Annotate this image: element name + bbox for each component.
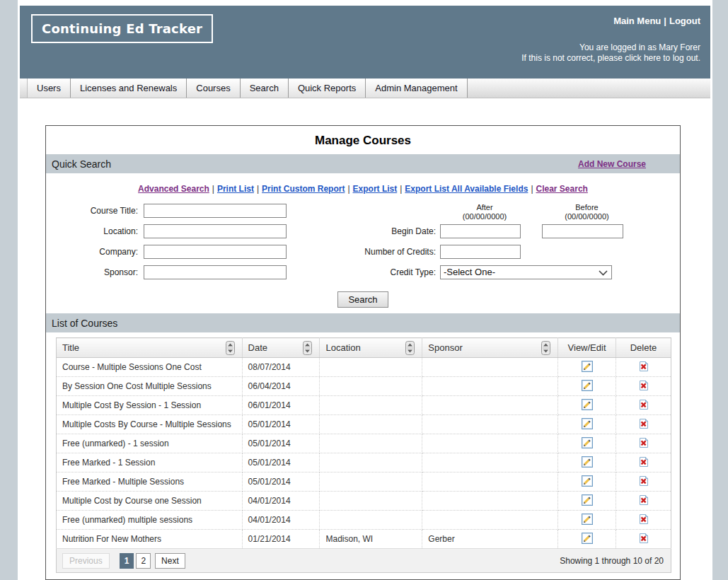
course-sponsor-cell: Gerber — [422, 530, 558, 549]
previous-page-button[interactable]: Previous — [62, 553, 110, 569]
form-right-column: After (00/00/0000) Before (00/00/0000) B… — [287, 203, 628, 285]
delete-icon[interactable] — [638, 361, 649, 372]
course-date-cell: 06/04/2014 — [242, 377, 320, 396]
edit-icon[interactable] — [582, 456, 593, 468]
delete-icon[interactable] — [638, 437, 649, 448]
course-location-cell — [320, 453, 422, 472]
edit-icon[interactable] — [582, 514, 593, 525]
course-title-cell: Multiple Costs By Course - Multiple Sess… — [57, 415, 243, 434]
nav-tab-courses[interactable]: Courses — [187, 79, 240, 98]
edit-icon[interactable] — [582, 494, 593, 506]
view-edit-cell — [558, 472, 616, 492]
column-header-sponsor: Sponsor — [422, 338, 558, 358]
edit-icon[interactable] — [582, 399, 593, 410]
main-menu-link[interactable]: Main Menu — [613, 16, 661, 26]
course-date-cell: 05/01/2014 — [242, 472, 320, 492]
main-nav: UsersLicenses and RenewalsCoursesSearchQ… — [20, 79, 710, 98]
edit-icon[interactable] — [582, 533, 593, 544]
nav-tab-admin-management[interactable]: Admin Management — [366, 79, 467, 98]
course-sponsor-cell — [422, 492, 558, 511]
company-input[interactable] — [144, 245, 287, 259]
pagination: Previous 1 2 Next — [62, 553, 185, 569]
action-link-advanced-search[interactable]: Advanced Search — [138, 184, 209, 194]
number-of-credits-label: Number of Credits: — [287, 247, 440, 257]
logout-link[interactable]: Logout — [669, 16, 700, 26]
delete-icon[interactable] — [638, 475, 649, 487]
begin-date-label: Begin Date: — [287, 226, 440, 236]
sort-icon[interactable] — [405, 341, 415, 355]
delete-icon[interactable] — [638, 418, 649, 429]
page-title: Manage Courses — [46, 126, 680, 154]
delete-cell — [616, 511, 671, 530]
delete-icon[interactable] — [638, 380, 649, 391]
delete-icon[interactable] — [638, 456, 649, 468]
table-header-row: Title Date Location — [57, 338, 671, 358]
delete-icon[interactable] — [638, 494, 649, 506]
course-date-cell: 01/21/2014 — [242, 530, 320, 549]
page-1-button[interactable]: 1 — [120, 553, 134, 569]
course-location-cell — [320, 511, 422, 530]
delete-icon[interactable] — [638, 533, 649, 544]
nav-tab-quick-reports[interactable]: Quick Reports — [289, 79, 366, 98]
delete-cell — [616, 377, 671, 396]
showing-results-text: Showing 1 through 10 of 20 — [560, 556, 664, 566]
column-header-delete: Delete — [616, 338, 671, 358]
company-label: Company: — [46, 247, 144, 257]
location-input[interactable] — [144, 224, 287, 238]
edit-icon[interactable] — [582, 475, 593, 487]
begin-date-before-input[interactable] — [542, 224, 623, 238]
nav-tab-licenses-and-renewals[interactable]: Licenses and Renewals — [71, 79, 187, 98]
delete-icon[interactable] — [638, 514, 649, 525]
nav-tab-search[interactable]: Search — [241, 79, 289, 98]
search-button[interactable]: Search — [337, 291, 388, 308]
course-date-cell: 04/01/2014 — [242, 511, 320, 530]
click-here-link[interactable]: click here — [625, 53, 661, 63]
course-title-cell: Nutrition For New Mothers — [57, 530, 243, 549]
logged-in-line2: If this is not correct, please click her… — [521, 53, 700, 64]
course-location-cell — [320, 377, 422, 396]
course-location-cell — [320, 415, 422, 434]
sort-icon[interactable] — [303, 341, 312, 355]
search-button-row: Search — [46, 291, 680, 313]
add-new-course-link[interactable]: Add New Course — [578, 159, 646, 169]
course-title-cell: Free (unmarked) multiple sessions — [57, 511, 243, 530]
nav-tab-users[interactable]: Users — [27, 79, 71, 98]
action-link-print-list[interactable]: Print List — [217, 184, 254, 194]
list-of-courses-bar: List of Courses — [46, 313, 680, 332]
delete-icon[interactable] — [638, 399, 649, 410]
course-date-cell: 06/01/2014 — [242, 396, 320, 415]
courses-table-body: Course - Multiple Sessions One Cost 08/0… — [57, 358, 671, 549]
sort-icon[interactable] — [541, 341, 550, 355]
credit-type-select[interactable]: -Select One- — [440, 265, 612, 279]
sort-icon[interactable] — [226, 341, 235, 355]
sponsor-input[interactable] — [144, 265, 287, 279]
edit-icon[interactable] — [582, 380, 593, 391]
action-link-print-custom-report[interactable]: Print Custom Report — [262, 184, 345, 194]
manage-courses-panel: Manage Courses Quick Search Add New Cour… — [45, 125, 681, 580]
table-footer-row: Previous 1 2 Next Showing 1 through 10 o… — [57, 549, 671, 573]
course-sponsor-cell — [422, 434, 558, 453]
table-row: Multiple Cost By Session - 1 Session 06/… — [57, 396, 671, 415]
course-title-cell: Multiple Cost By Session - 1 Session — [57, 396, 243, 415]
next-page-button[interactable]: Next — [155, 553, 185, 569]
column-header-date: Date — [242, 338, 320, 358]
courses-table: Title Date Location — [56, 337, 671, 573]
action-link-export-list-all-available-fields[interactable]: Export List All Available Fields — [405, 184, 528, 194]
edit-icon[interactable] — [582, 418, 593, 429]
course-title-input[interactable] — [144, 204, 287, 218]
begin-date-after-input[interactable] — [440, 224, 521, 238]
link-separator: | — [254, 184, 262, 194]
column-header-title: Title — [57, 338, 243, 358]
page-2-button[interactable]: 2 — [136, 553, 151, 569]
edit-icon[interactable] — [582, 437, 593, 448]
menu-separator: | — [661, 16, 669, 26]
after-date-header: After (00/00/0000) — [444, 203, 525, 221]
number-of-credits-input[interactable] — [440, 245, 521, 259]
edit-icon[interactable] — [582, 361, 593, 372]
course-date-cell: 05/01/2014 — [242, 415, 320, 434]
credit-type-label: Credit Type: — [287, 267, 440, 277]
action-link-export-list[interactable]: Export List — [353, 184, 398, 194]
view-edit-cell — [558, 492, 616, 511]
action-link-clear-search[interactable]: Clear Search — [536, 184, 588, 194]
course-sponsor-cell — [422, 358, 558, 377]
